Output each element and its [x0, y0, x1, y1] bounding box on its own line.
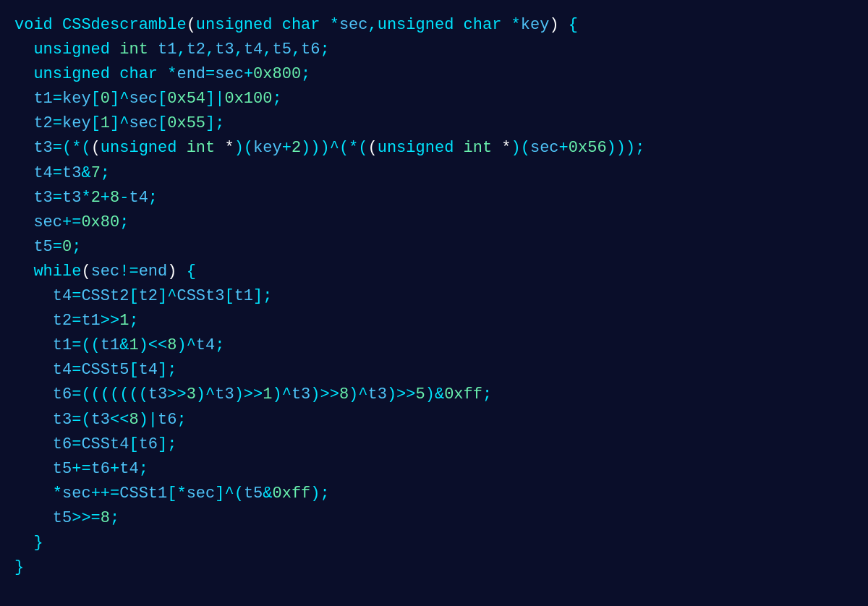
code-line-14: t1=((t1&1)<<8)^t4;	[14, 333, 854, 358]
code-line-1: void CSSdescramble(unsigned char *sec,un…	[14, 13, 854, 38]
code-line-19: t5+=t6+t4;	[14, 457, 854, 482]
code-line-12: t4=CSSt2[t2]^CSSt3[t1];	[14, 284, 854, 309]
code-line-5: t2=key[1]^sec[0x55];	[14, 111, 854, 136]
code-line-17: t3=(t3<<8)|t6;	[14, 408, 854, 432]
code-line-11: while(sec!=end) {	[14, 260, 854, 284]
code-line-16: t6=(((((((t3>>3)^t3)>>1)^t3)>>8)^t3)>>5)…	[14, 383, 854, 407]
code-line-13: t2=t1>>1;	[14, 309, 854, 333]
code-line-21: t5>>=8;	[14, 506, 854, 531]
code-line-2: unsigned int t1,t2,t3,t4,t5,t6;	[14, 38, 854, 62]
code-line-7: t4=t3&7;	[14, 161, 854, 186]
code-line-20: *sec++=CSSt1[*sec]^(t5&0xff);	[14, 482, 854, 506]
code-line-15: t4=CSSt5[t4];	[14, 358, 854, 383]
code-line-10: t5=0;	[14, 235, 854, 260]
code-line-18: t6=CSSt4[t6];	[14, 432, 854, 457]
code-line-22: }	[14, 531, 854, 555]
code-line-3: unsigned char *end=sec+0x800;	[14, 62, 854, 87]
code-line-4: t1=key[0]^sec[0x54]|0x100;	[14, 87, 854, 111]
code-editor: void CSSdescramble(unsigned char *sec,un…	[0, 0, 868, 606]
code-line-9: sec+=0x80;	[14, 210, 854, 235]
code-line-23: }	[14, 555, 854, 580]
code-line-8: t3=t3*2+8-t4;	[14, 186, 854, 210]
code-line-6: t3=(*((unsigned int *)(key+2)))^(*((unsi…	[14, 136, 854, 161]
